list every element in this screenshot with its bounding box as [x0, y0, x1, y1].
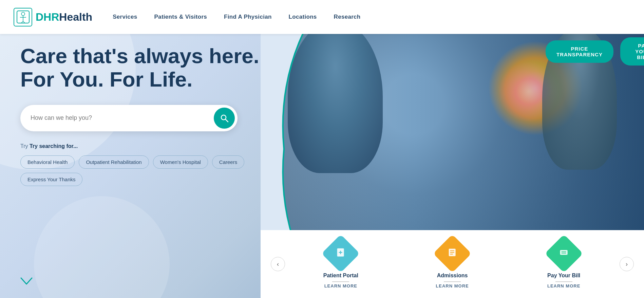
cards-prev-button[interactable]: ‹: [271, 257, 285, 271]
try-searching-strong: Try searching for...: [30, 143, 78, 149]
patient-portal-icon: [335, 247, 346, 260]
search-button[interactable]: [214, 108, 235, 129]
chip-outpatient-rehab[interactable]: Outpatient Rehabilitation: [79, 155, 149, 169]
patient-portal-title: Patient Portal: [323, 273, 358, 279]
card-admissions: Admissions LEARN MORE: [397, 240, 508, 288]
nav-research[interactable]: Research: [334, 14, 361, 20]
patient-portal-learn-more[interactable]: LEARN MORE: [324, 283, 357, 288]
bg-shape-2: [34, 196, 170, 298]
pay-your-bill-button[interactable]: PAY YOUR BILL: [620, 37, 644, 66]
hero-left-content: Care that's always here. For You. For Li…: [20, 44, 265, 186]
suggestion-chips: Behavioral Health Outpatient Rehabilitat…: [20, 155, 265, 186]
svg-rect-18: [560, 250, 568, 255]
pay-bill-divider: [555, 281, 572, 282]
patient-portal-icon-wrap: [322, 234, 360, 273]
search-input[interactable]: [31, 114, 214, 122]
logo-area: DHRHealth: [14, 8, 92, 26]
nav-services[interactable]: Services: [113, 14, 137, 20]
svg-point-1: [21, 12, 25, 16]
chip-express-thanks[interactable]: Express Your Thanks: [20, 173, 82, 186]
card-patient-portal: Patient Portal LEARN MORE: [285, 240, 397, 288]
svg-line-7: [226, 119, 228, 122]
price-transparency-button[interactable]: PRICE TRANSPARENCY: [546, 40, 613, 63]
try-searching-label: Try Try searching for...: [20, 143, 265, 149]
nav-find-physician[interactable]: Find A Physician: [224, 14, 272, 20]
admissions-title: Admissions: [437, 273, 468, 279]
card-pay-bill: Pay Your Bill LEARN MORE: [508, 240, 620, 288]
nav-patients-visitors[interactable]: Patients & Visitors: [154, 14, 207, 20]
nav-locations[interactable]: Locations: [289, 14, 317, 20]
admissions-divider: [444, 281, 461, 282]
pay-bill-title: Pay Your Bill: [547, 273, 580, 279]
chip-womens-hospital[interactable]: Women's Hospital: [153, 155, 208, 169]
admissions-learn-more[interactable]: LEARN MORE: [436, 283, 469, 288]
patient-portal-divider: [332, 281, 349, 282]
pay-bill-icon-wrap: [545, 234, 583, 273]
person-left: [288, 20, 383, 173]
cards-next-button[interactable]: ›: [620, 257, 634, 271]
hero-photo: PRICE TRANSPARENCY PAY YOUR BILL ‹: [261, 0, 644, 298]
hero-headline: Care that's always here. For You. For Li…: [20, 44, 265, 91]
hero-section: DHRHealth Services Patients & Visitors F…: [0, 0, 644, 298]
admissions-icon: [447, 247, 457, 260]
logo-icon: [14, 8, 32, 26]
navbar: DHRHealth Services Patients & Visitors F…: [0, 0, 644, 34]
pay-bill-learn-more[interactable]: LEARN MORE: [547, 283, 580, 288]
pay-bill-icon: [559, 247, 569, 260]
chip-behavioral-health[interactable]: Behavioral Health: [20, 155, 75, 169]
photo-action-buttons: PRICE TRANSPARENCY PAY YOUR BILL: [546, 37, 644, 66]
logo-text: DHRHealth: [36, 11, 92, 23]
nav-links: Services Patients & Visitors Find A Phys…: [113, 14, 360, 20]
admissions-icon-wrap: [433, 234, 471, 273]
chip-careers[interactable]: Careers: [212, 155, 244, 169]
scroll-down-button[interactable]: [20, 277, 33, 288]
bottom-cards: ‹ Patient Portal LEARN MORE: [261, 230, 644, 298]
search-bar: [20, 105, 238, 131]
